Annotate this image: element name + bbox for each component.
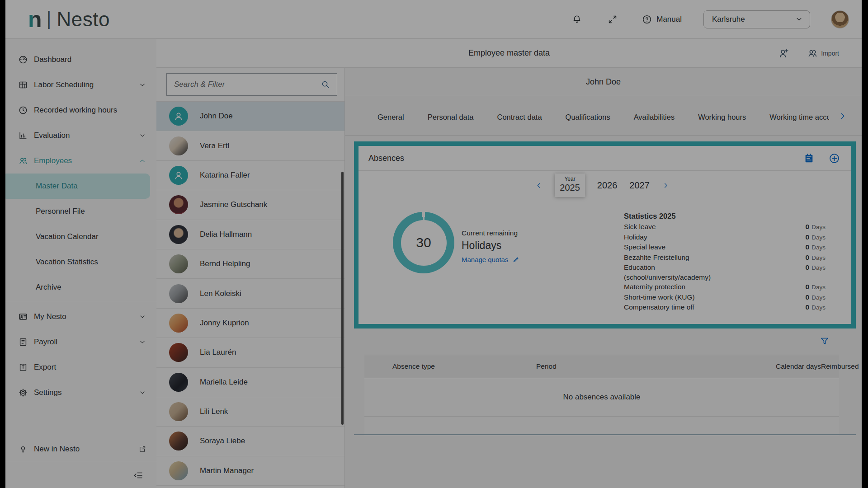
year-prev-chevron-left-icon[interactable] (535, 182, 542, 189)
employee-name: Mariella Leide (200, 378, 248, 387)
list-scrollbar[interactable] (341, 172, 344, 425)
statistic-label: Bezahlte Freistellung (624, 253, 689, 263)
employee-row-soraya-liebe[interactable]: Soraya Liebe (156, 427, 344, 456)
import-label: Import (821, 50, 839, 57)
sidebar-subitem-personnel-file[interactable]: Personnel File (2, 199, 150, 224)
tab-working-time-accou[interactable]: Working time accou (769, 113, 829, 122)
statistic-row-education-school-university-academy-: Education (school/university/academy)0Da… (624, 263, 826, 282)
statistic-label: Education (school/university/academy) (624, 263, 737, 282)
external-link-icon (138, 445, 146, 453)
manual-help-button[interactable]: Manual (642, 14, 682, 25)
sidebar-item-new-in-nesto[interactable]: New in Nesto (0, 436, 156, 462)
add-absence-plus-icon[interactable] (828, 152, 840, 164)
employee-name-header: John Doe (345, 68, 862, 96)
manage-quotas-link[interactable]: Manage quotas (462, 256, 520, 263)
sidebar-item-label: Recorded working hours (34, 106, 146, 115)
window-edge-left (0, 0, 5, 488)
sidebar-subitem-vacation-statistics[interactable]: Vacation Statistics (2, 249, 150, 275)
statistic-label: Short-time work (KUG) (624, 292, 695, 302)
sidebar-subitem-master-data[interactable]: Master Data (2, 174, 150, 199)
statistic-value: 0Days (806, 263, 826, 273)
tabs-overflow-chevron-right-icon[interactable] (838, 112, 847, 121)
manage-quotas-label: Manage quotas (462, 256, 508, 263)
employee-row-jasmine-gutschank[interactable]: Jasmine Gutschank (156, 190, 344, 220)
sidebar-item-label: Employees (34, 156, 138, 165)
grid-icon (18, 80, 28, 90)
tab-general[interactable]: General (377, 113, 404, 122)
year-navigator: Year202520262027 (535, 171, 670, 199)
sidebar-nav: DashboardLabor SchedulingRecorded workin… (0, 39, 156, 488)
employee-row-len-koleiski[interactable]: Len Koleiski (156, 279, 344, 308)
donut-value: 30 (401, 220, 447, 266)
search-filter-box (166, 73, 337, 96)
employee-name: Lia Laurén (200, 348, 236, 357)
sidebar-subitem-archive[interactable]: Archive (2, 275, 150, 300)
year-option-2026[interactable]: 2026 (597, 180, 618, 191)
section-bottom-border (354, 434, 856, 435)
window-edge-right (862, 0, 868, 488)
sidebar-item-payroll[interactable]: Payroll (0, 329, 156, 355)
year-selected-card[interactable]: Year2025 (555, 174, 585, 197)
employee-row-mariella-leide[interactable]: Mariella Leide (156, 368, 344, 397)
search-icon[interactable] (321, 80, 330, 89)
employee-name: Jonny Kuprion (200, 319, 249, 328)
chevron-down-icon (138, 389, 146, 397)
absence-calendar-icon[interactable] (803, 153, 815, 164)
chevron-down-icon (138, 313, 146, 321)
sidebar-item-dashboard[interactable]: Dashboard (0, 47, 156, 72)
absences-table: Absence typePeriodCalendar daysReimburse… (364, 355, 839, 436)
employee-row-martin-manager[interactable]: Martin Manager (156, 456, 344, 486)
tab-working-hours[interactable]: Working hours (698, 113, 746, 122)
tab-contract-data[interactable]: Contract data (497, 113, 542, 122)
nesto-logo: n | Nesto (28, 8, 110, 31)
location-select[interactable]: Karlsruhe (703, 10, 810, 28)
employee-photo-avatar (169, 373, 188, 392)
sidebar-item-evaluation[interactable]: Evaluation (0, 123, 156, 148)
tab-personal-data[interactable]: Personal data (428, 113, 474, 122)
tab-qualifications[interactable]: Qualifications (566, 113, 610, 122)
employee-row-lia-laur-n[interactable]: Lia Laurén (156, 338, 344, 367)
user-avatar[interactable] (831, 10, 849, 28)
page-title: Employee master data (156, 48, 862, 58)
employee-row-vera-ertl[interactable]: Vera Ertl (156, 131, 344, 160)
sidebar-item-settings[interactable]: Settings (0, 380, 156, 405)
sidebar-item-label: Export (34, 363, 146, 372)
employee-row-delia-hallmann[interactable]: Delia Hallmann (156, 220, 344, 249)
employee-row-jonny-kuprion[interactable]: Jonny Kuprion (156, 309, 344, 338)
detail-tabs: GeneralPersonal dataContract dataQualifi… (345, 96, 862, 136)
sidebar-item-label: Labor Scheduling (34, 80, 138, 89)
sidebar-item-labor-scheduling[interactable]: Labor Scheduling (0, 72, 156, 98)
content-header: Employee master data Import (156, 39, 862, 68)
sidebar-item-my-nesto[interactable]: My Nesto (0, 304, 156, 329)
sidebar-subitem-vacation-calendar[interactable]: Vacation Calendar (2, 224, 150, 249)
year-option-2027[interactable]: 2027 (629, 180, 650, 191)
table-footer (364, 417, 839, 436)
person-placeholder-avatar (169, 166, 188, 185)
employee-photo-avatar (169, 402, 188, 421)
sidebar-item-export[interactable]: Export (0, 355, 156, 380)
absences-title: Absences (368, 154, 404, 163)
table-filter-funnel-icon[interactable] (819, 336, 830, 347)
employee-row-bernd-helpling[interactable]: Bernd Helpling (156, 249, 344, 279)
employee-name: Delia Hallmann (200, 230, 252, 239)
add-employee-icon[interactable] (778, 47, 790, 59)
import-button[interactable]: Import (807, 48, 839, 59)
fullscreen-expand-icon[interactable] (607, 14, 618, 25)
employee-photo-avatar (169, 343, 188, 362)
employee-row-katarina-faller[interactable]: Katarina Faller (156, 161, 344, 190)
bulb-icon (18, 444, 28, 454)
sidebar-item-recorded-working-hours[interactable]: Recorded working hours (0, 98, 156, 123)
employee-photo-avatar (169, 195, 188, 214)
employee-name: Bernd Helpling (200, 259, 250, 268)
employee-rows: John DoeVera ErtlKatarina FallerJasmine … (156, 101, 344, 488)
dashboard-icon (18, 55, 28, 65)
sidebar-item-employees[interactable]: Employees (0, 148, 156, 174)
employee-row-john-doe[interactable]: John Doe (156, 102, 344, 131)
collapse-sidebar-icon[interactable] (133, 470, 144, 481)
year-next-chevron-right-icon[interactable] (662, 182, 670, 189)
notifications-bell-icon[interactable] (571, 14, 582, 25)
manual-label: Manual (656, 15, 682, 24)
tab-availabilities[interactable]: Availabilities (634, 113, 675, 122)
employee-row-lili-lenk[interactable]: Lili Lenk (156, 397, 344, 427)
search-input[interactable] (174, 80, 321, 89)
